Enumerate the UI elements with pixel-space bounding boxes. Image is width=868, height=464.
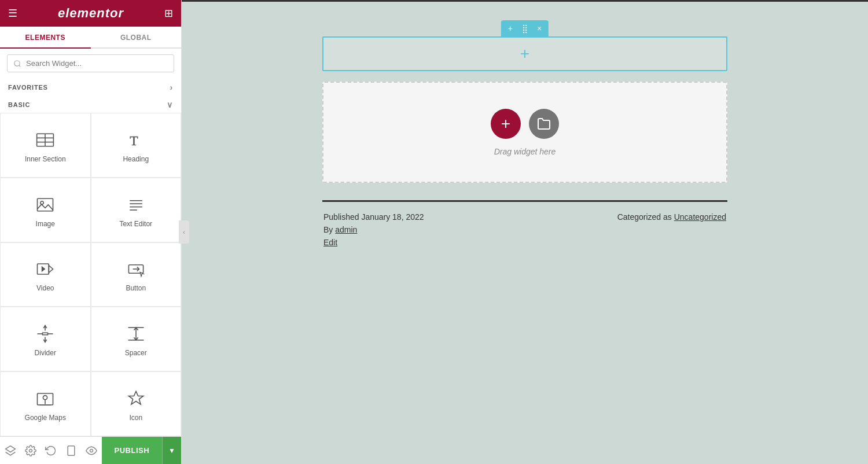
- favorites-section[interactable]: FAVORITES ›: [0, 78, 181, 95]
- canvas: + ⣿ × + + Drag widget here Published Jan: [182, 0, 868, 464]
- layers-button[interactable]: [0, 437, 20, 464]
- selected-section: + ⣿ × +: [322, 36, 727, 71]
- google-maps-icon: [35, 388, 56, 409]
- svg-rect-29: [68, 445, 75, 455]
- drag-add-button[interactable]: +: [491, 109, 521, 139]
- widget-google-maps[interactable]: Google Maps: [0, 371, 91, 436]
- sidebar-bottom-toolbar: PUBLISH ▼: [0, 436, 181, 464]
- tab-elements[interactable]: ELEMENTS: [0, 27, 91, 49]
- section-move-button[interactable]: ⣿: [520, 23, 530, 34]
- inner-section-icon: [35, 130, 56, 150]
- widget-button-label: Button: [126, 284, 146, 292]
- widget-divider[interactable]: Divider: [0, 307, 91, 371]
- widget-spacer-label: Spacer: [125, 349, 147, 357]
- footer-author: By admin: [323, 225, 424, 234]
- tab-global[interactable]: GLOBAL: [91, 27, 182, 49]
- sidebar: ☰ elementor ⊞ ELEMENTS GLOBAL FAVORITES …: [0, 0, 182, 464]
- search-input[interactable]: [7, 54, 174, 72]
- widget-text-editor-label: Text Editor: [119, 220, 152, 228]
- widget-image-label: Image: [36, 220, 55, 228]
- widget-video[interactable]: Video: [0, 242, 91, 307]
- settings-button[interactable]: [20, 437, 41, 464]
- sidebar-collapse-handle[interactable]: ‹: [179, 220, 189, 244]
- responsive-button[interactable]: [61, 437, 81, 464]
- image-icon: [35, 194, 56, 215]
- widget-inner-section[interactable]: Inner Section: [0, 113, 91, 178]
- publish-arrow-button[interactable]: ▼: [162, 437, 181, 464]
- canvas-content: + ⣿ × + + Drag widget here Published Jan: [322, 2, 727, 247]
- widget-google-maps-label: Google Maps: [25, 414, 66, 422]
- divider-icon: [35, 323, 56, 344]
- svg-marker-12: [49, 266, 53, 273]
- widget-heading-label: Heading: [123, 155, 149, 163]
- widget-icon-label: Icon: [129, 414, 142, 422]
- favorites-label: FAVORITES: [8, 84, 48, 91]
- section-add-button[interactable]: +: [506, 23, 515, 34]
- text-editor-icon: [126, 194, 146, 215]
- elementor-logo: elementor: [58, 6, 124, 21]
- basic-chevron-icon: ∨: [167, 100, 173, 109]
- drag-widget-label: Drag widget here: [494, 147, 556, 156]
- preview-button[interactable]: [81, 437, 101, 464]
- search-container: [0, 49, 181, 78]
- hamburger-icon[interactable]: ☰: [8, 7, 17, 20]
- section-toolbar: + ⣿ ×: [501, 20, 549, 36]
- svg-marker-19: [43, 333, 48, 335]
- widget-grid: Inner Section T Heading Image: [0, 113, 181, 436]
- favorites-chevron-icon: ›: [170, 83, 173, 92]
- footer-edit-link[interactable]: Edit: [323, 238, 424, 247]
- section-close-button[interactable]: ×: [535, 23, 544, 34]
- widget-spacer[interactable]: Spacer: [91, 307, 182, 371]
- video-icon: [35, 259, 56, 279]
- svg-marker-26: [128, 391, 143, 404]
- svg-point-24: [43, 396, 47, 400]
- button-icon: [126, 259, 146, 279]
- grid-icon[interactable]: ⊞: [164, 7, 173, 20]
- footer-left: Published January 18, 2022 By admin Edit: [323, 212, 424, 247]
- widget-image[interactable]: Image: [0, 178, 91, 242]
- svg-point-31: [90, 449, 93, 452]
- widget-video-label: Video: [36, 284, 54, 292]
- spacer-icon: [126, 323, 146, 344]
- publish-button-group: PUBLISH ▼: [102, 437, 181, 464]
- widget-icon[interactable]: Icon: [91, 371, 182, 436]
- svg-point-28: [29, 449, 32, 452]
- basic-section[interactable]: BASIC ∨: [0, 95, 181, 113]
- widget-divider-label: Divider: [35, 349, 56, 357]
- icon-icon: [126, 388, 146, 409]
- canvas-bottom-rule: [322, 200, 727, 202]
- canvas-footer: Published January 18, 2022 By admin Edit…: [322, 212, 727, 247]
- footer-published: Published January 18, 2022: [323, 212, 424, 222]
- drag-action-buttons: +: [491, 109, 559, 139]
- history-button[interactable]: [41, 437, 61, 464]
- widget-heading[interactable]: T Heading: [91, 113, 182, 178]
- basic-label: BASIC: [8, 101, 30, 108]
- sidebar-header: ☰ elementor ⊞: [0, 0, 181, 27]
- widget-button[interactable]: Button: [91, 242, 182, 307]
- heading-icon: T: [126, 130, 146, 150]
- footer-category-link[interactable]: Uncategorized: [674, 212, 726, 222]
- svg-marker-27: [5, 445, 15, 452]
- svg-point-6: [41, 201, 43, 204]
- widget-inner-section-label: Inner Section: [25, 155, 66, 163]
- drag-folder-button[interactable]: [529, 109, 559, 139]
- svg-rect-5: [38, 198, 53, 211]
- selected-section-box[interactable]: +: [322, 36, 727, 71]
- footer-author-link[interactable]: admin: [335, 225, 357, 234]
- publish-button[interactable]: PUBLISH: [102, 437, 163, 464]
- drag-widget-area: + Drag widget here: [322, 82, 727, 183]
- svg-text:T: T: [130, 133, 138, 148]
- widget-text-editor[interactable]: Text Editor: [91, 178, 182, 242]
- sidebar-tabs: ELEMENTS GLOBAL: [0, 27, 181, 49]
- section-add-icon[interactable]: +: [520, 45, 529, 63]
- svg-marker-13: [42, 267, 45, 271]
- footer-right: Categorized as Uncategorized: [617, 212, 726, 222]
